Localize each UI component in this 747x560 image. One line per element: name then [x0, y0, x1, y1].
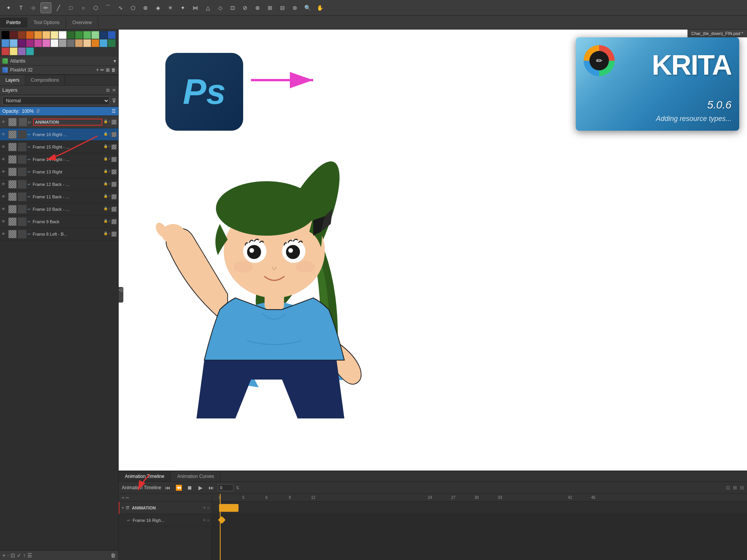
frame10-layer[interactable]: 👁 ↩ Frame 10 Back - ... 🔒 α [0, 203, 118, 215]
lock-f11[interactable]: 🔒 [103, 194, 108, 200]
layer-alpha-f16[interactable]: α [109, 132, 110, 137]
layers-tab[interactable]: Layers [0, 75, 25, 85]
eraser-tool[interactable]: ◈ [153, 2, 163, 13]
swatch-darkred[interactable] [10, 31, 18, 39]
add-layer-icon[interactable]: + [2, 552, 5, 558]
shape-tool[interactable]: ⬠ [128, 2, 139, 13]
alpha-f9[interactable]: α [109, 219, 110, 224]
swatch-sky-blue[interactable] [100, 39, 107, 47]
layers-duplicate-icon[interactable]: ⧉ [106, 88, 110, 93]
timeline-view-icon-1[interactable]: ⊡ [726, 485, 730, 490]
lock-f10[interactable]: 🔒 [103, 206, 108, 212]
swatch-yellow-light[interactable] [51, 31, 58, 39]
resource-grid-icon[interactable]: ⊞ [106, 67, 110, 73]
tl-alpha-f16[interactable]: α [207, 518, 209, 522]
left-scroll-indicator[interactable]: ◁ [119, 287, 123, 303]
animation-group-layer[interactable]: 👁 ▷ ANIMATION 🔒 α [0, 116, 118, 128]
layer-vis-eye-f12[interactable]: 👁 [2, 182, 7, 186]
layer-alpha-icon[interactable]: α [109, 119, 110, 125]
frame15-layer[interactable]: 👁 ↩ Frame 15 Right - ... 🔒 α [0, 141, 118, 153]
check-icon[interactable]: ✓ [17, 552, 21, 558]
wand-tool[interactable]: ⊡ [227, 2, 238, 13]
layer-vis-eye-f9[interactable]: 👁 [2, 219, 7, 224]
clone-tool[interactable]: ◇ [215, 2, 226, 13]
swatch-light-blue[interactable] [10, 39, 18, 47]
layer-vis-eye[interactable]: 👁 [2, 120, 7, 124]
line-tool[interactable]: ╱ [53, 2, 64, 13]
ellipse-tool[interactable]: ○ [78, 2, 89, 13]
lock-f13[interactable]: 🔒 [103, 169, 108, 175]
smudge-tool[interactable]: ✳ [165, 2, 176, 13]
frame9-layer[interactable]: 👁 ↩ Frame 9 Back 🔒 α [0, 215, 118, 228]
swatch-orange[interactable] [34, 31, 42, 39]
lock-f12[interactable]: 🔒 [103, 182, 108, 187]
alpha-f8[interactable]: α [109, 231, 110, 237]
animation-curves-tab[interactable]: Animation Curves [171, 471, 221, 481]
tl-eye-icon[interactable]: 👁 [203, 506, 206, 510]
swatch-teal[interactable] [26, 47, 34, 55]
up-icon[interactable]: ↑ [23, 552, 26, 558]
layer-vis-eye-f16[interactable]: 👁 [2, 132, 7, 136]
scrubber-icon[interactable]: ⇥ [121, 495, 124, 500]
zoom-tool[interactable]: 🔍 [302, 2, 313, 13]
blend-mode-select[interactable]: Normal [2, 96, 110, 105]
swatch-gray[interactable] [59, 39, 67, 47]
swatch-light-gray[interactable] [51, 39, 58, 47]
swatch-peach[interactable] [42, 31, 50, 39]
select-tool[interactable]: ✦ [3, 2, 14, 13]
tl-eye-f16[interactable]: 👁 [203, 518, 206, 522]
swatch-dark-blue[interactable] [100, 31, 107, 39]
swatch-lavender[interactable] [18, 47, 26, 55]
swatch-green[interactable] [75, 31, 83, 39]
layers-close-icon[interactable]: ✕ [112, 88, 116, 93]
magnetic-tool[interactable]: ⊕ [252, 2, 263, 13]
paint-tool[interactable]: ⊕ [140, 2, 151, 13]
swatch-mid-blue[interactable] [2, 39, 9, 47]
frame-arrows[interactable]: ⇅ [236, 485, 239, 490]
rewind-btn[interactable]: ⏮ [163, 483, 172, 492]
frame12-layer[interactable]: 👁 ↩ Frame 12 Back - ... 🔒 α [0, 178, 118, 191]
alpha-f13[interactable]: α [109, 169, 110, 175]
layer-vis-eye-f8[interactable]: 👁 [2, 232, 7, 236]
swatch-purple[interactable] [26, 39, 34, 47]
alpha-f15[interactable]: α [109, 144, 110, 150]
filter-icon[interactable]: ⊽ [112, 98, 116, 104]
swatch-skin[interactable] [75, 39, 83, 47]
polygon-tool[interactable]: ⬡ [90, 2, 101, 13]
pan-tool[interactable]: ✋ [314, 2, 325, 13]
swatch-dark-green[interactable] [67, 31, 75, 39]
resource-add-icon[interactable]: + [96, 67, 99, 73]
layer-vis-eye-f14[interactable]: 👁 [2, 157, 7, 161]
similar-tool[interactable]: ⊛ [289, 2, 300, 13]
animation-timeline-tab[interactable]: Animation Timeline [119, 471, 171, 481]
path-tool[interactable]: ⌒ [103, 2, 114, 13]
dodge-tool[interactable]: ⋈ [190, 2, 201, 13]
palette-dropdown-icon[interactable]: ▾ [114, 58, 116, 64]
swatch-dark-purple[interactable] [18, 39, 26, 47]
alpha-f12[interactable]: α [109, 182, 110, 187]
layer-group-arrow[interactable]: ▷ [28, 120, 31, 124]
rect-tool[interactable]: □ [65, 2, 76, 13]
swatch-pink[interactable] [34, 39, 42, 47]
swatch-blue[interactable] [108, 31, 116, 39]
layer-vis-eye-f13[interactable]: 👁 [2, 170, 7, 174]
overview-tab[interactable]: Overview [66, 18, 98, 28]
frame11-layer[interactable]: 👁 ↩ Frame 11 Back - ... 🔒 α [0, 191, 118, 203]
text-tool[interactable]: T [16, 2, 26, 13]
filter-tool[interactable]: ✦ [177, 2, 188, 13]
burn-tool[interactable]: △ [202, 2, 213, 13]
playhead[interactable] [220, 494, 221, 560]
timeline-frame16-row[interactable]: ↩ Frame 16 Righ... 👁 α [119, 514, 212, 527]
lock-f9[interactable]: 🔒 [103, 219, 108, 224]
animation-keyframe-block[interactable] [219, 504, 238, 512]
alpha-f14[interactable]: α [109, 157, 110, 162]
properties-icon[interactable]: ☰ [27, 552, 32, 558]
resource-edit-icon[interactable]: ✏ [100, 67, 104, 73]
play-range-btn[interactable]: ⏭ [207, 483, 216, 492]
alpha-f11[interactable]: α [109, 194, 110, 200]
tool-options-tab[interactable]: Tool Options [27, 18, 66, 28]
frame8-layer[interactable]: 👁 ↩ Frame 8 Left - B... 🔒 α [0, 228, 118, 240]
scrubber-expand-icon[interactable]: ⇔ [126, 495, 129, 500]
timeline-animation-row[interactable]: ▾ 🎬 ANIMATION 👁 α [119, 502, 212, 514]
layer-vis-eye-f10[interactable]: 👁 [2, 207, 7, 211]
